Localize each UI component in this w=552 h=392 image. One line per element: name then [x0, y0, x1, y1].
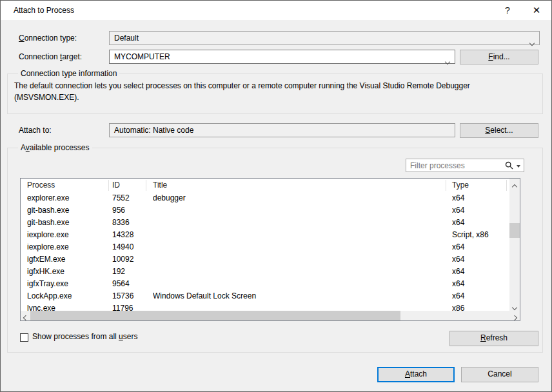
process-row[interactable]: iexplore.exe14328Script, x86: [21, 229, 509, 241]
filter-processes-input[interactable]: [410, 160, 497, 171]
chevron-down-icon[interactable]: [530, 36, 534, 49]
horizontal-scrollbar-thumb[interactable]: [30, 311, 400, 320]
attach-to-field[interactable]: Automatic: Native code: [109, 123, 455, 137]
process-list-header: Process ID Title Type: [21, 179, 509, 192]
vertical-scrollbar[interactable]: [509, 179, 520, 311]
connection-target-combobox[interactable]: MYCOMPUTER: [109, 50, 455, 64]
process-row[interactable]: igfxTray.exe9564x64: [21, 278, 509, 290]
available-processes-title: Available processes: [18, 143, 92, 152]
select-button[interactable]: Select...: [460, 123, 538, 138]
column-header-title[interactable]: Title: [153, 179, 167, 192]
process-row[interactable]: igfxHK.exe192x64: [21, 266, 509, 278]
titlebar[interactable]: Attach to Process ? ✕: [1, 1, 551, 20]
process-row[interactable]: git-bash.exe8336x64: [21, 217, 509, 229]
show-all-users-checkbox[interactable]: [20, 333, 28, 342]
cancel-button[interactable]: Cancel: [461, 367, 538, 382]
connection-target-label: Connection target:: [19, 52, 82, 61]
connection-type-info-title: Connection type information: [18, 69, 119, 78]
filter-processes-box[interactable]: [406, 159, 524, 172]
dialog-title: Attach to Process: [14, 1, 74, 20]
filter-options-caret-icon[interactable]: [517, 165, 520, 168]
process-row[interactable]: lync.exe11796x86: [21, 302, 509, 311]
process-row[interactable]: igfxEM.exe10092x64: [21, 253, 509, 266]
process-row[interactable]: iexplore.exe14940x64: [21, 241, 509, 253]
attach-to-label: Attach to:: [19, 126, 52, 135]
connection-type-info-group: Connection type information The default …: [7, 74, 543, 114]
scroll-left-icon[interactable]: [21, 311, 31, 320]
connection-type-info-text: The default connection lets you select p…: [14, 80, 470, 103]
column-header-type[interactable]: Type: [452, 179, 469, 192]
column-header-process[interactable]: Process: [27, 179, 55, 192]
connection-type-combobox[interactable]: Default: [109, 31, 540, 45]
close-icon[interactable]: ✕: [526, 1, 547, 20]
scroll-up-icon[interactable]: [509, 179, 520, 190]
find-button[interactable]: Find...: [460, 50, 538, 64]
process-row[interactable]: explorer.exe7552debuggerx64: [21, 192, 509, 204]
scroll-right-icon[interactable]: [509, 311, 520, 320]
process-row[interactable]: LockApp.exe15736Windows Default Lock Scr…: [21, 290, 509, 302]
connection-type-value: Default: [114, 34, 139, 43]
scroll-down-icon[interactable]: [509, 300, 520, 311]
search-icon[interactable]: [505, 161, 513, 172]
show-all-users-label[interactable]: Show processes from all users: [32, 332, 137, 341]
process-list: Process ID Title Type explorer.exe7552de…: [20, 178, 520, 321]
vertical-scrollbar-thumb[interactable]: [509, 223, 520, 238]
chevron-down-icon[interactable]: [446, 55, 449, 68]
attach-to-process-dialog: Attach to Process ? ✕ Connection type: D…: [0, 0, 552, 392]
process-rows: explorer.exe7552debuggerx64 git-bash.exe…: [21, 192, 509, 311]
refresh-button[interactable]: Refresh: [449, 331, 538, 346]
connection-type-label: Connection type:: [19, 34, 77, 43]
connection-target-value: MYCOMPUTER: [114, 52, 170, 61]
process-row[interactable]: git-bash.exe956x64: [21, 204, 509, 217]
horizontal-scrollbar[interactable]: [21, 311, 520, 320]
attach-button[interactable]: Attach: [377, 367, 455, 382]
help-icon[interactable]: ?: [497, 1, 518, 20]
column-header-id[interactable]: ID: [112, 179, 120, 192]
